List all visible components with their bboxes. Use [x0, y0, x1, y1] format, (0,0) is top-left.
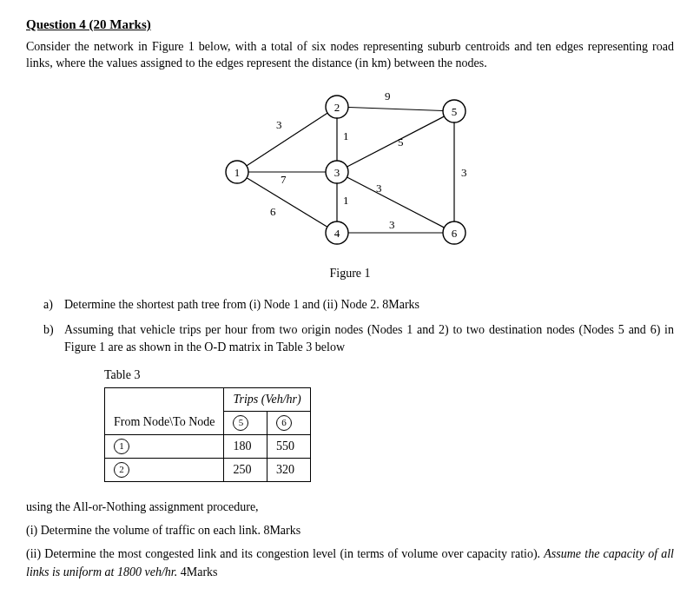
edge-3-6-w: 3	[376, 182, 382, 195]
col-5-header: 5	[224, 411, 267, 434]
svg-line-4	[337, 107, 454, 111]
part-b: b) Assuming that vehicle trips per hour …	[43, 321, 674, 355]
node-4-label: 4	[334, 226, 340, 239]
col-6-header: 6	[267, 411, 311, 434]
edge-1-3-w: 7	[281, 173, 287, 186]
node-2-label: 2	[334, 100, 340, 113]
cell-2-6: 320	[267, 458, 311, 481]
od-matrix-table: Trips (Veh/hr) From Node\To Node 5 6 1 1…	[104, 387, 311, 482]
node-5-label: 5	[452, 104, 458, 117]
part-b-letter: b)	[43, 321, 64, 355]
cell-2-5: 250	[224, 458, 267, 481]
part-a-letter: a)	[43, 296, 64, 314]
node-6-label: 6	[452, 226, 458, 239]
circled-6-icon: 6	[276, 415, 292, 431]
edge-2-5-w: 9	[385, 89, 391, 102]
rowcol-header: From Node\To Node	[105, 411, 224, 434]
tail-line-2: (i) Determine the volume of traffic on e…	[26, 521, 674, 539]
edge-1-2-w: 3	[276, 118, 282, 131]
part-b-text: Assuming that vehicle trips per hour fro…	[64, 321, 674, 355]
tail-line-1: using the All-or-Nothing assignment proc…	[26, 498, 674, 516]
table-3-label: Table 3	[104, 368, 674, 382]
edge-3-4-w: 1	[343, 194, 349, 207]
figure-1: 1 2 3 4 5 6 3 7 6 1 9 1 5 3 3 3 Figure 1	[26, 81, 674, 281]
svg-line-7	[337, 172, 454, 233]
row-2-header: 2	[105, 458, 224, 481]
circled-1-icon: 1	[114, 439, 129, 454]
network-diagram: 1 2 3 4 5 6 3 7 6 1 9 1 5 3 3 3	[194, 81, 506, 263]
trips-header: Trips (Veh/hr)	[224, 387, 310, 411]
question-parts: a) Determine the shortest path tree from…	[43, 296, 674, 356]
circled-2-icon: 2	[114, 462, 129, 478]
question-title: Question 4 (20 Marks)	[26, 17, 674, 32]
edge-1-4-w: 6	[270, 205, 276, 218]
svg-line-0	[237, 107, 337, 172]
cell-1-6: 550	[267, 434, 311, 458]
row-1-header: 1	[105, 434, 224, 458]
edge-2-3-w: 1	[343, 129, 349, 142]
edge-4-6-w: 3	[389, 218, 395, 231]
node-3-label: 3	[334, 165, 340, 178]
part-a: a) Determine the shortest path tree from…	[43, 296, 674, 314]
part-a-text: Determine the shortest path tree from (i…	[64, 296, 674, 314]
node-1-label: 1	[234, 165, 241, 178]
edge-5-6-w: 3	[461, 166, 467, 179]
cell-1-5: 180	[224, 434, 267, 458]
intro-text: Consider the network in Figure 1 below, …	[26, 39, 674, 72]
part-b-tail: using the All-or-Nothing assignment proc…	[26, 498, 674, 581]
svg-line-2	[237, 172, 337, 233]
circled-5-icon: 5	[233, 415, 248, 431]
figure-caption: Figure 1	[329, 267, 370, 281]
svg-line-6	[337, 111, 454, 172]
tail-line-3: (ii) Determine the most congested link a…	[26, 545, 674, 581]
edge-3-5-w: 5	[398, 135, 404, 149]
